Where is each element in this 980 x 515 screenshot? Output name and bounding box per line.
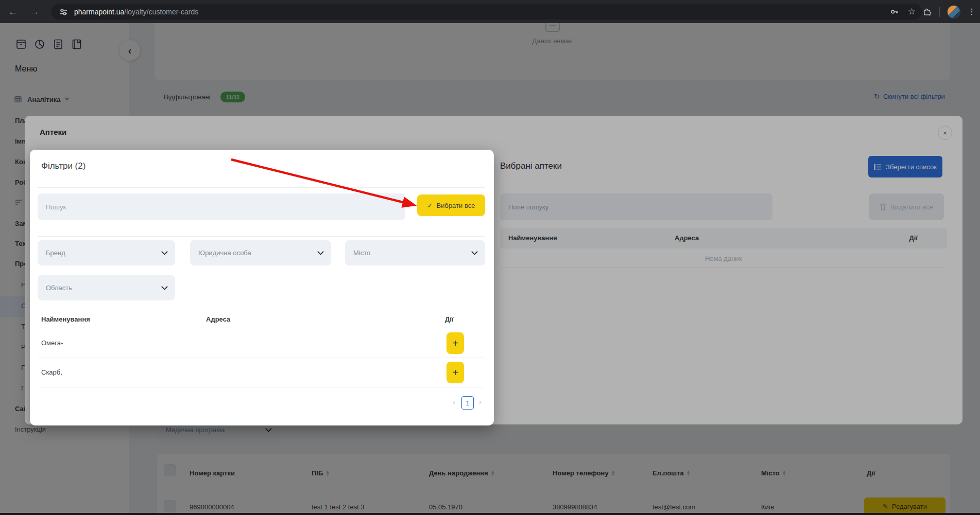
pharmacy-row-name: Омега- [41, 339, 63, 347]
chevron-down-icon [471, 248, 478, 255]
filters-panel: Фільтри (2) ✓ Вибрати все Бренд Юридична… [30, 150, 494, 425]
divider [500, 185, 947, 185]
browser-menu-icon[interactable]: ⋮ [968, 8, 976, 15]
selected-table-header: Найменування Адреса Дії [500, 228, 947, 248]
forward-button[interactable]: → [26, 3, 43, 21]
delete-all-button[interactable]: Видалити все [869, 193, 944, 220]
browser-toolbar: ← → ↻ pharmapoint.ua/loyalty/customer-ca… [0, 0, 980, 23]
modal-header: Аптеки × [25, 116, 962, 149]
divider [38, 236, 485, 237]
close-icon[interactable]: × [938, 126, 952, 140]
toolbar-separator [939, 7, 940, 17]
column-header: Найменування [508, 234, 557, 242]
site-info-icon[interactable] [59, 7, 68, 16]
city-select-label: Місто [353, 249, 370, 257]
add-pharmacy-button[interactable]: + [446, 362, 464, 383]
divider [38, 309, 485, 309]
column-header: Найменування [41, 315, 90, 323]
row-divider [38, 358, 485, 358]
bookmark-star-icon[interactable]: ☆ [908, 6, 916, 17]
profile-avatar[interactable] [947, 5, 960, 19]
row-divider [38, 387, 485, 387]
list-icon [874, 164, 882, 170]
url-text[interactable]: pharmapoint.ua/loyalty/customer-cards [74, 8, 198, 16]
save-list-button[interactable]: Зберегти список [868, 156, 942, 177]
pharmacy-search-input[interactable] [38, 193, 405, 220]
pharmacy-row-name: Скарб, [41, 368, 62, 376]
trash-icon [880, 203, 886, 210]
selected-search-input[interactable] [500, 193, 772, 220]
filters-title: Фільтри (2) [41, 161, 85, 171]
divider [38, 328, 485, 328]
pharmacies-modal: Аптеки × Вибрані аптеки Зберегти список … [25, 116, 962, 424]
region-select[interactable]: Область [38, 275, 175, 300]
no-data-text: Нема даних [500, 255, 947, 262]
chevron-down-icon [161, 283, 168, 290]
column-header: Адреса [206, 315, 230, 323]
modal-title: Аптеки [40, 128, 66, 136]
window-bottom-edge [0, 513, 980, 515]
check-icon: ✓ [427, 202, 433, 209]
chevron-down-icon [161, 248, 168, 255]
select-all-button[interactable]: ✓ Вибрати все [417, 194, 485, 216]
extensions-icon[interactable] [922, 7, 932, 16]
add-pharmacy-button[interactable]: + [446, 332, 464, 354]
back-button[interactable]: ← [4, 3, 22, 21]
divider [500, 268, 947, 268]
column-header: Дії [445, 315, 454, 323]
select-all-label: Вибрати все [437, 202, 475, 209]
save-list-label: Зберегти список [886, 163, 937, 171]
delete-all-label: Видалити все [890, 203, 933, 211]
region-select-label: Область [46, 284, 72, 292]
city-select[interactable]: Місто [345, 240, 485, 265]
address-bar[interactable]: pharmapoint.ua/loyalty/customer-cards ☆ [51, 4, 922, 20]
pagination-page-1[interactable]: 1 [461, 396, 474, 410]
legal-entity-select[interactable]: Юридична особа [190, 240, 331, 265]
password-key-icon[interactable] [889, 7, 900, 17]
legal-entity-select-label: Юридична особа [198, 249, 251, 257]
divider [38, 187, 485, 188]
brand-select[interactable]: Бренд [38, 240, 175, 265]
column-header: Дії [909, 234, 918, 242]
selected-pharmacies-title: Вибрані аптеки [500, 161, 562, 171]
pagination-next-icon[interactable]: › [479, 397, 482, 406]
brand-select-label: Бренд [46, 249, 65, 257]
column-header: Адреса [675, 234, 699, 242]
pagination-prev-icon[interactable]: ‹ [453, 397, 455, 406]
chevron-down-icon [317, 248, 324, 255]
